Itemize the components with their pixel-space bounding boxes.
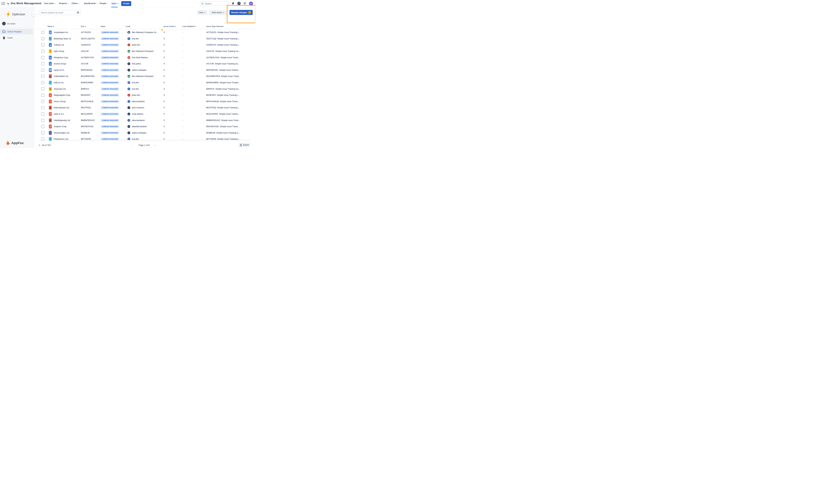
project-name[interactable]: Jebiz & Co. bbox=[54, 113, 64, 115]
parrot-icon: ◖ bbox=[49, 131, 52, 135]
table-row[interactable]: ◉ Uletefojakukig Ltd. BMBNFBSVKZ COMPANY… bbox=[34, 117, 255, 123]
column-header-last-updated[interactable]: Last Updated⇅ bbox=[182, 25, 196, 27]
next-page-arrow-icon[interactable]: → bbox=[153, 144, 156, 146]
project-key: BKSTRXQ bbox=[81, 107, 91, 109]
sidebar-item-go-back[interactable]: ← Go back bbox=[0, 21, 33, 26]
chevron-down-icon: ▼ bbox=[204, 12, 206, 13]
previous-page-arrow-icon[interactable]: ← bbox=[132, 144, 134, 146]
project-name[interactable]: Vensazofojku Ltd. bbox=[54, 132, 70, 134]
project-search-input[interactable] bbox=[40, 11, 75, 15]
nav-projects[interactable]: Projects▼ bbox=[59, 2, 69, 5]
row-checkbox[interactable] bbox=[41, 68, 44, 72]
table-row[interactable]: ☁ Tuthooj Ltd. ASOEGYA COMPANY MANAGED P… bbox=[34, 42, 255, 48]
table-row[interactable]: ⚒ Hovzu Group BKPGVHNLB COMPANY MANAGED … bbox=[34, 98, 255, 105]
row-checkbox[interactable] bbox=[41, 50, 44, 53]
row-checkbox[interactable] bbox=[41, 94, 44, 97]
row-checkbox[interactable] bbox=[41, 100, 44, 103]
table-row[interactable]: ◉ Marketing Team v2 AEOTLOQTFG COMPANY M… bbox=[34, 36, 255, 42]
row-checkbox[interactable] bbox=[41, 131, 44, 134]
project-name[interactable]: Zafuczi Inc. bbox=[54, 81, 64, 84]
column-header-issue-count[interactable]: Issue Count⇅ bbox=[163, 25, 176, 27]
table-row[interactable]: ◉ Tujifunekbel Ltd. BGJORMYROI COMPANY M… bbox=[34, 73, 255, 80]
nav-filters[interactable]: Filters▼ bbox=[72, 2, 80, 5]
row-checkbox[interactable] bbox=[41, 119, 44, 122]
project-name[interactable]: Hovzu Group bbox=[54, 100, 66, 103]
nav-your-work[interactable]: Your work▼ bbox=[44, 2, 56, 5]
project-name[interactable]: Uletefojakukig Ltd. bbox=[54, 119, 70, 121]
project-name[interactable]: Marketing Team v2 bbox=[54, 38, 71, 40]
row-checkbox[interactable] bbox=[41, 62, 44, 65]
table-row[interactable]: ⚒ Josjanro Corp. BNVSKAYOIL COMPANY MANA… bbox=[34, 123, 255, 130]
review-changes-button[interactable]: Review changes 1 bbox=[230, 10, 253, 15]
create-button[interactable]: Create bbox=[121, 1, 131, 6]
project-name[interactable]: Juupobejani Inc. bbox=[54, 31, 68, 34]
lead-avatar bbox=[127, 31, 130, 34]
row-checkbox[interactable] bbox=[41, 106, 44, 109]
column-header-lead[interactable]: Lead bbox=[126, 25, 130, 27]
user-avatar[interactable]: JR bbox=[249, 2, 253, 6]
issue-count: 0 bbox=[163, 113, 165, 115]
project-name[interactable]: Apoju & Co. bbox=[54, 69, 65, 71]
row-checkbox[interactable] bbox=[41, 56, 44, 59]
row-checkbox[interactable] bbox=[41, 75, 44, 78]
last-updated: - bbox=[182, 107, 183, 109]
row-checkbox[interactable] bbox=[41, 31, 44, 34]
project-name[interactable]: Jinaceara Inc. bbox=[54, 88, 66, 90]
issue-type-scheme: ACTDGZG: Simple Issue Tracking I... bbox=[206, 31, 240, 34]
table-row[interactable]: ☁ Kihujlufuw Corp. AUTMOVYGS COMPANY MAN… bbox=[34, 54, 255, 61]
nav-dashboards[interactable]: Dashboards▼ bbox=[84, 2, 98, 5]
project-name[interactable]: Tuthooj Ltd. bbox=[54, 44, 64, 46]
export-button[interactable]: Export bbox=[239, 143, 250, 147]
view-dropdown[interactable]: View▼ bbox=[197, 10, 208, 15]
sidebar-item-trash[interactable]: Trash bbox=[0, 35, 33, 40]
lead-avatar: E bbox=[127, 37, 130, 40]
project-name[interactable]: Tujifunekbel Ltd. bbox=[54, 75, 68, 77]
collapse-sidebar-button[interactable]: ‹ bbox=[32, 12, 36, 17]
column-header-issue-type-scheme[interactable]: Issue Type Scheme bbox=[206, 25, 224, 27]
project-name[interactable]: Josjanro Corp. bbox=[54, 125, 67, 128]
lead-avatar: P bbox=[127, 44, 130, 46]
lead-avatar: BW bbox=[127, 50, 130, 53]
row-checkbox[interactable] bbox=[41, 125, 44, 128]
project-name[interactable]: Etamubazjod Ltd. bbox=[54, 107, 69, 109]
project-name[interactable]: Agfo Group bbox=[54, 50, 64, 52]
row-checkbox[interactable] bbox=[41, 87, 44, 90]
table-row[interactable]: ▤ Jinaceara Inc. BIRKIVX COMPANY MANAGED… bbox=[34, 86, 255, 92]
last-updated: - bbox=[182, 132, 183, 134]
notifications-icon[interactable] bbox=[232, 2, 235, 6]
fox-icon bbox=[6, 140, 10, 146]
nav-people[interactable]: People▼ bbox=[100, 2, 108, 5]
column-header-style[interactable]: Style bbox=[101, 25, 105, 27]
bulk-action-dropdown[interactable]: Bulk action▼ bbox=[209, 10, 227, 15]
row-checkbox[interactable] bbox=[41, 43, 44, 47]
row-checkbox[interactable] bbox=[41, 113, 44, 116]
project-name[interactable]: Nelgutagaful Corp. bbox=[54, 94, 71, 96]
table-row[interactable]: ▲ Juupobejani Inc. ACTDGZG COMPANY MANAG… bbox=[34, 29, 255, 36]
app-switcher-icon[interactable] bbox=[2, 2, 5, 5]
table-row[interactable]: ☎ Apoju & Co. BDPIORCRL COMPANY MANAGED … bbox=[34, 67, 255, 73]
row-checkbox[interactable] bbox=[41, 81, 44, 84]
table-row[interactable]: ☉ Zafuczi Inc. BHWSUMRN COMPANY MANAGED … bbox=[34, 80, 255, 86]
table-row[interactable]: ▦ Etamubazjod Ltd. BKSTRXQ COMPANY MANAG… bbox=[34, 105, 255, 111]
row-checkbox[interactable] bbox=[41, 37, 44, 40]
table-row[interactable]: ⚡ Nelgutagaful Corp. BKNPDDT COMPANY MAN… bbox=[34, 92, 255, 98]
table-row[interactable]: ☁ Susiok Group AYLFJR COMPANY MANAGED F … bbox=[34, 61, 255, 67]
project-key: BHWSUMRN bbox=[81, 81, 93, 84]
project-key: ASOEGYA bbox=[81, 44, 91, 46]
table-row[interactable]: ◖ Vensazofojku Ltd. BOMKUB COMPANY MANAG… bbox=[34, 130, 255, 136]
project-name[interactable]: Kihujlufuw Corp. bbox=[54, 56, 68, 59]
column-header-name[interactable]: Name⇅ bbox=[47, 25, 54, 27]
app-title[interactable]: Jira Work Management bbox=[10, 2, 41, 5]
settings-gear-icon[interactable]: ⚙ bbox=[244, 2, 246, 5]
project-key: BKPGVHNLB bbox=[81, 100, 93, 103]
nav-apps[interactable]: Apps▼ bbox=[111, 2, 118, 5]
project-name[interactable]: Susiok Group bbox=[54, 63, 66, 65]
help-icon[interactable]: ? bbox=[238, 2, 241, 5]
clear-search-icon[interactable]: ✕ bbox=[77, 11, 79, 14]
sidebar-item-active-projects[interactable]: Active Projects bbox=[0, 29, 33, 34]
table-row[interactable]: ⚑ Agfo Group ASULSF COMPANY MANAGED BW B… bbox=[34, 48, 255, 54]
table-row[interactable]: ☰ Jebiz & Co. BKZZJHPPK COMPANY MANAGED … bbox=[34, 111, 255, 117]
global-search-input[interactable] bbox=[205, 2, 228, 6]
column-header-key[interactable]: Key⇅ bbox=[81, 25, 86, 27]
project-key: BGJORMYROI bbox=[81, 75, 95, 77]
